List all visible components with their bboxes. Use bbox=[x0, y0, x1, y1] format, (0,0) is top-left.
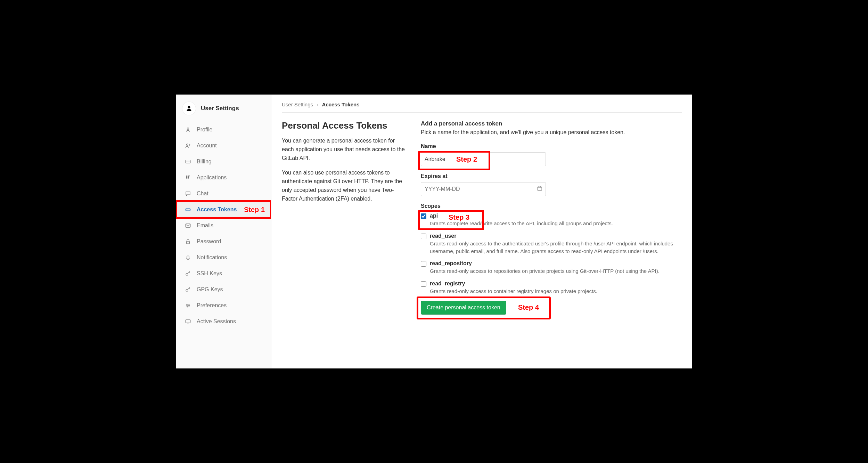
sidebar-item-ssh-keys[interactable]: SSH Keys bbox=[176, 266, 271, 282]
sessions-icon bbox=[185, 318, 191, 325]
scope-desc: Grants read-only access to container reg… bbox=[430, 287, 682, 295]
sidebar-item-label: GPG Keys bbox=[197, 286, 223, 293]
svg-point-1 bbox=[187, 144, 188, 146]
page-title: Personal Access Tokens bbox=[282, 120, 407, 131]
sidebar-item-label: SSH Keys bbox=[197, 270, 222, 277]
scope-checkbox-api[interactable] bbox=[421, 213, 426, 219]
scope-name: read_repository bbox=[430, 260, 682, 267]
svg-point-11 bbox=[188, 209, 188, 210]
sidebar-item-label: Account bbox=[197, 143, 217, 149]
scope-checkbox-read_user[interactable] bbox=[421, 234, 426, 239]
submit-row: Create personal access token Step 4 bbox=[421, 301, 682, 315]
sidebar-item-gpg-keys[interactable]: GPG Keys bbox=[176, 282, 271, 298]
svg-point-12 bbox=[189, 209, 189, 210]
scope-checkbox-read_registry[interactable] bbox=[421, 281, 426, 287]
scope-checkbox-read_repository[interactable] bbox=[421, 261, 426, 267]
form-heading: Add a personal access token bbox=[421, 120, 682, 127]
svg-rect-7 bbox=[186, 177, 187, 179]
sidebar-title: User Settings bbox=[201, 105, 239, 112]
breadcrumb-root[interactable]: User Settings bbox=[282, 101, 313, 107]
password-icon bbox=[185, 238, 191, 245]
user-icon bbox=[185, 105, 193, 112]
key-icon bbox=[185, 270, 191, 277]
main-content: User Settings › Access Tokens Personal A… bbox=[271, 95, 692, 368]
chat-icon bbox=[185, 190, 191, 197]
sidebar-item-label: Active Sessions bbox=[197, 318, 236, 325]
svg-rect-14 bbox=[187, 241, 190, 244]
scope-desc: Grants read-only access to the authentic… bbox=[430, 240, 682, 255]
breadcrumb: User Settings › Access Tokens bbox=[282, 101, 682, 113]
intro-column: Personal Access Tokens You can generate … bbox=[282, 120, 407, 315]
breadcrumb-sep: › bbox=[317, 101, 318, 107]
sidebar-item-preferences[interactable]: Preferences bbox=[176, 298, 271, 314]
svg-rect-4 bbox=[186, 176, 187, 177]
expires-label: Expires at bbox=[421, 173, 682, 179]
sidebar-item-label: Billing bbox=[197, 159, 212, 165]
billing-icon bbox=[185, 159, 191, 165]
create-token-button[interactable]: Create personal access token bbox=[421, 301, 506, 315]
svg-point-19 bbox=[187, 306, 188, 307]
sidebar-item-access-tokens[interactable]: Access TokensStep 1 bbox=[176, 202, 271, 218]
expires-input[interactable] bbox=[421, 182, 546, 196]
scope-api: apiGrants complete read/write access to … bbox=[421, 213, 682, 227]
scope-name: read_user bbox=[430, 233, 682, 239]
svg-point-16 bbox=[186, 289, 188, 291]
sidebar-nav: ProfileAccountBillingApplicationsChatAcc… bbox=[176, 122, 271, 330]
emails-icon bbox=[185, 222, 191, 229]
sidebar-item-billing[interactable]: Billing bbox=[176, 154, 271, 170]
key-icon bbox=[185, 286, 191, 293]
sidebar-item-label: Profile bbox=[197, 127, 212, 133]
prefs-icon bbox=[185, 302, 191, 309]
scopes-label: Scopes bbox=[421, 203, 682, 209]
name-field: Name Step 2 bbox=[421, 143, 682, 166]
sidebar-item-emails[interactable]: Emails bbox=[176, 218, 271, 234]
calendar-icon[interactable] bbox=[537, 186, 542, 193]
avatar bbox=[182, 101, 196, 115]
sidebar-item-password[interactable]: Password bbox=[176, 234, 271, 250]
expires-field: Expires at bbox=[421, 173, 682, 196]
svg-rect-8 bbox=[188, 177, 189, 179]
svg-point-0 bbox=[187, 128, 189, 130]
svg-rect-13 bbox=[186, 224, 190, 228]
intro-para-2: You can also use personal access tokens … bbox=[282, 169, 407, 203]
form-column: Add a personal access token Pick a name … bbox=[421, 120, 682, 315]
name-label: Name bbox=[421, 143, 682, 149]
sidebar-item-label: Notifications bbox=[197, 254, 227, 261]
sidebar-item-label: Chat bbox=[197, 190, 208, 197]
scope-read_registry: read_registryGrants read-only access to … bbox=[421, 281, 682, 295]
sidebar-item-label: Applications bbox=[197, 174, 227, 181]
annotation-step1-label: Step 1 bbox=[244, 206, 265, 214]
svg-point-17 bbox=[187, 304, 188, 305]
svg-rect-6 bbox=[189, 176, 190, 176]
svg-rect-21 bbox=[538, 187, 542, 190]
apps-icon bbox=[185, 174, 191, 181]
bell-icon bbox=[185, 254, 191, 261]
scope-name: api bbox=[430, 213, 682, 219]
sidebar-item-label: Password bbox=[197, 238, 221, 245]
account-icon bbox=[185, 143, 191, 149]
svg-point-15 bbox=[186, 273, 188, 275]
sidebar-item-label: Preferences bbox=[197, 302, 227, 309]
name-input[interactable] bbox=[421, 152, 546, 166]
svg-point-10 bbox=[187, 209, 187, 210]
sidebar-item-applications[interactable]: Applications bbox=[176, 170, 271, 186]
sidebar-item-notifications[interactable]: Notifications bbox=[176, 250, 271, 266]
scope-name: read_registry bbox=[430, 281, 682, 287]
scope-read_user: read_userGrants read-only access to the … bbox=[421, 233, 682, 255]
svg-rect-20 bbox=[186, 320, 190, 323]
form-subheading: Pick a name for the application, and we'… bbox=[421, 129, 682, 136]
scope-desc: Grants read-only access to repositories … bbox=[430, 267, 682, 275]
svg-rect-5 bbox=[188, 176, 189, 177]
sidebar-item-label: Emails bbox=[197, 222, 213, 229]
intro-para-1: You can generate a personal access token… bbox=[282, 137, 407, 162]
annotation-step4-label: Step 4 bbox=[518, 303, 539, 311]
sidebar-item-account[interactable]: Account bbox=[176, 138, 271, 154]
sidebar-item-chat[interactable]: Chat bbox=[176, 186, 271, 202]
app-window: User Settings ProfileAccountBillingAppli… bbox=[174, 92, 694, 371]
sidebar-item-profile[interactable]: Profile bbox=[176, 122, 271, 138]
svg-point-18 bbox=[189, 305, 190, 306]
profile-icon bbox=[185, 127, 191, 133]
sidebar-header: User Settings bbox=[176, 99, 271, 122]
sidebar-item-active-sessions[interactable]: Active Sessions bbox=[176, 314, 271, 330]
sidebar-item-label: Access Tokens bbox=[197, 206, 237, 213]
